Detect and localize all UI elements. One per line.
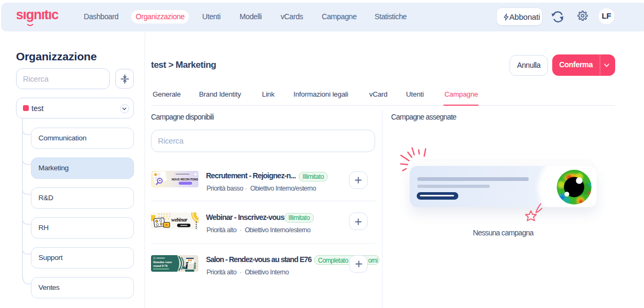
svg-text:stand E76: stand E76	[153, 264, 168, 268]
svg-text:NOUS RECRUTONS: NOUS RECRUTONS	[172, 178, 198, 181]
svg-text:webinar: webinar	[171, 217, 187, 223]
